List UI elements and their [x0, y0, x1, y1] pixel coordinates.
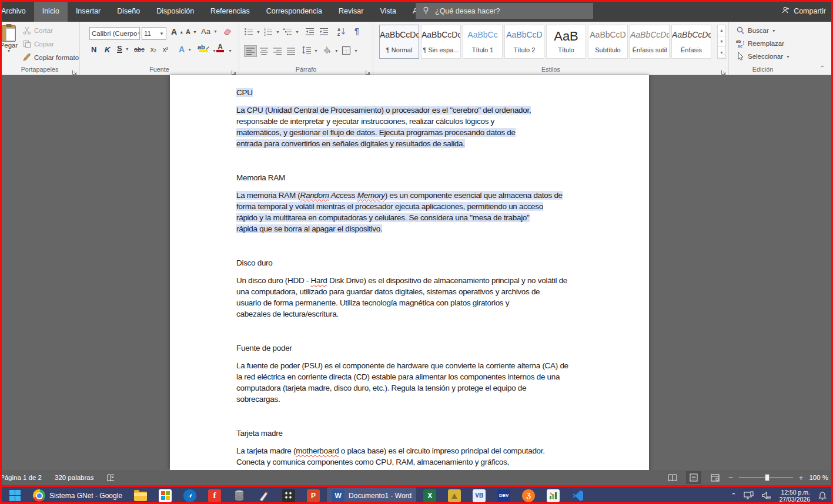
doc-heading-tarjeta-madre[interactable]: Tarjeta madre [236, 428, 584, 439]
taskbar-item-yellow-tool[interactable] [443, 488, 466, 503]
font-family-combo[interactable]: Calibri (Cuerpo ▼ [89, 27, 140, 40]
collapse-ribbon-icon[interactable]: ⌃ [820, 65, 825, 71]
notifications-bell-icon[interactable] [818, 491, 827, 500]
style-titulo-2[interactable]: AaBbCcDTítulo 2 [504, 25, 544, 59]
print-layout-view-button[interactable] [686, 471, 701, 484]
style-sin-espa[interactable]: AaBbCcDc¶ Sin espa... [421, 25, 461, 59]
page-count-status[interactable]: Página 1 de 2 [0, 474, 42, 481]
font-dialog-launcher[interactable] [231, 67, 237, 73]
align-center-button[interactable] [257, 45, 270, 57]
sort-button[interactable]: AZ [337, 27, 346, 36]
menu-tab-diseno[interactable]: Diseño [109, 0, 148, 22]
taskbar-item-word[interactable]: WDocumento1 - Word [327, 488, 416, 503]
paragraph-dialog-launcher[interactable] [365, 67, 371, 73]
doc-line[interactable]: La tarjeta madre (motherboard o placa ba… [236, 445, 584, 456]
subscript-button[interactable]: x₂ [150, 46, 156, 53]
underline-button[interactable]: S▼ [117, 45, 129, 53]
taskbar-item-chrome[interactable]: Sistema GNet - Google [28, 488, 127, 503]
doc-line[interactable]: La fuente de poder (PSU) es el component… [236, 360, 584, 371]
change-case-button[interactable]: Aa▼ [201, 27, 218, 36]
pilcrow-button[interactable]: ¶ [354, 26, 359, 36]
zoom-slider-handle[interactable] [765, 474, 770, 481]
taskbar-item-vscode[interactable] [567, 488, 589, 503]
copy-button[interactable]: Copiar [22, 39, 54, 49]
bullets-button[interactable]: ▼ [244, 27, 260, 36]
menu-tab-revisar[interactable]: Revisar [330, 0, 372, 22]
doc-line[interactable]: Conecta y comunica componentes como CPU,… [236, 456, 584, 468]
shrink-font-button[interactable]: A▼ [186, 28, 197, 35]
menu-tab-insertar[interactable]: Insertar [68, 0, 109, 22]
find-button[interactable]: Buscar▼ [736, 26, 776, 35]
doc-line[interactable]: la red eléctrica en corriente directa (C… [236, 371, 584, 382]
borders-button[interactable]: ▼ [342, 46, 358, 55]
styles-scroll-up-icon[interactable]: ▲ [718, 25, 725, 36]
read-mode-view-button[interactable] [665, 471, 680, 484]
font-size-combo[interactable]: 11 ▼ [142, 27, 166, 40]
cut-button[interactable]: Cortar [22, 26, 53, 35]
taskbar-item-excel[interactable]: X [419, 488, 441, 503]
taskbar-item-dice[interactable] [277, 488, 300, 503]
clear-formatting-button[interactable] [223, 26, 232, 36]
taskbar-item-powerpoint[interactable]: P [302, 488, 324, 503]
doc-line[interactable]: responsable de interpretar y ejecutar in… [236, 116, 584, 127]
taskbar-item-vb[interactable]: VB [468, 488, 490, 503]
strikethrough-button[interactable]: abc [134, 46, 145, 53]
decrease-indent-button[interactable] [305, 27, 315, 36]
taskbar-item-red-f[interactable]: f [203, 488, 226, 503]
style-subtitulo[interactable]: AaBbCcDSubtítulo [588, 25, 628, 59]
styles-scroll-down-icon[interactable]: ▼ [718, 36, 725, 48]
taskbar-item-devcpp[interactable]: DEV [493, 488, 515, 503]
zoom-level[interactable]: 100 % [809, 474, 828, 481]
align-right-button[interactable] [271, 45, 284, 57]
menu-tab-archivo[interactable]: Archivo [0, 0, 34, 22]
taskbar-item-xampp[interactable]: ℨ [517, 488, 540, 503]
styles-gallery-scrollbar[interactable]: ▲ ▼ ▼̲ [717, 25, 726, 59]
line-spacing-button[interactable]: ▼ [302, 46, 318, 55]
taskbar-item-knife[interactable] [253, 488, 275, 503]
numbering-button[interactable]: 123▼ [263, 27, 280, 36]
word-count-status[interactable]: 320 palabras [55, 474, 94, 481]
doc-line[interactable]: cabezales de lectura/escritura. [236, 308, 584, 320]
format-painter-button[interactable]: Copiar formato [22, 53, 79, 62]
volume-muted-icon[interactable] [761, 491, 771, 500]
align-left-button[interactable] [244, 45, 257, 57]
doc-line[interactable]: Un disco duro (HDD - Hard Disk Drive) es… [236, 275, 584, 286]
menu-tab-referencias[interactable]: Referencias [202, 0, 258, 22]
increase-indent-button[interactable] [319, 27, 329, 36]
zoom-out-button[interactable]: − [728, 473, 733, 482]
doc-heading-memoria-ram[interactable]: Memoria RAM [236, 172, 584, 183]
shading-button[interactable]: ▼ [322, 46, 339, 55]
paste-dropdown-arrow[interactable]: ▼ [0, 49, 26, 53]
taskbar-item-store[interactable] [154, 488, 176, 503]
menu-tab-vista[interactable]: Vista [372, 0, 404, 22]
select-button[interactable]: Seleccionar▼ [736, 52, 790, 61]
menu-tab-inicio[interactable]: Inicio [34, 0, 68, 22]
doc-heading-disco-duro[interactable]: Disco duro [236, 257, 584, 268]
document-page[interactable]: CPULa CPU (Unidad Central de Procesamien… [170, 75, 649, 470]
doc-line[interactable]: rápida que se borra al apagar el disposi… [236, 223, 584, 234]
font-color-button[interactable]: A [216, 44, 224, 52]
clipboard-dialog-launcher[interactable] [72, 67, 78, 73]
style-titulo[interactable]: AaBTítulo [546, 25, 586, 59]
superscript-button[interactable]: x² [163, 46, 168, 53]
doc-line[interactable]: usuario de forma permanente. Utiliza tec… [236, 297, 584, 308]
style-enfasis[interactable]: AaBbCcDcÉnfasis [671, 25, 711, 59]
multilevel-list-button[interactable]: ▼ [283, 27, 299, 36]
styles-dialog-launcher[interactable] [721, 67, 727, 73]
text-effects-button[interactable]: A▼ [179, 45, 192, 54]
network-display-icon[interactable] [744, 491, 754, 500]
styles-more-icon[interactable]: ▼̲ [718, 47, 725, 58]
menu-tab-correspondencia[interactable]: Correspondencia [258, 0, 330, 22]
doc-heading-cpu[interactable]: CPU [236, 87, 584, 98]
doc-line[interactable]: La memoria RAM (Random Access Memory) es… [236, 190, 584, 201]
justify-button[interactable] [285, 45, 297, 57]
taskbar-item-chart-edit[interactable] [542, 488, 564, 503]
doc-line[interactable]: La CPU (Unidad Central de Procesamiento)… [236, 105, 584, 116]
doc-line[interactable]: rápido y la multitarea en computadoras y… [236, 212, 584, 223]
tell-me-search-input[interactable]: ¿Qué desea hacer? [416, 3, 593, 19]
style-titulo-1[interactable]: AaBbCcTítulo 1 [463, 25, 503, 59]
taskbar-clock[interactable]: 12:50 p.m. 27/03/2026 [779, 489, 810, 503]
tray-chevron-icon[interactable]: ⌃ [731, 492, 736, 499]
proofing-errors-icon[interactable] [106, 473, 115, 482]
menu-tab-disposicion[interactable]: Disposición [148, 0, 202, 22]
